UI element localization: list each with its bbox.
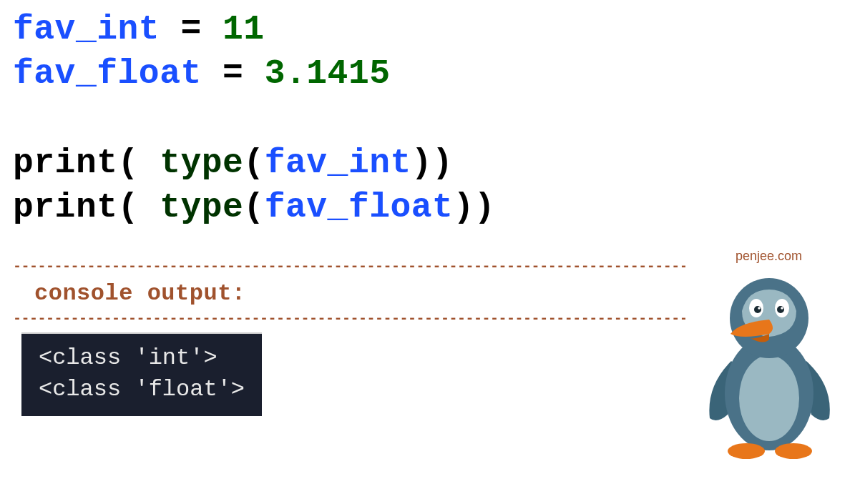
penguin-icon [699,268,839,461]
mascot-label: penjee.com [699,249,839,264]
number-literal: 11 [223,10,265,49]
svg-point-10 [775,443,812,459]
console-output-box: <class 'int'> <class 'float'> [21,332,262,417]
output-line: <class 'float'> [39,374,245,406]
paren: )) [411,144,454,182]
blank-line [13,97,860,141]
variable-name: fav_int [13,10,160,49]
type-fn: type [160,144,243,182]
assign-op: = [202,54,265,93]
code-line-4: print( type(fav_float)) [13,185,860,229]
divider: ----------------------------------------… [13,259,685,275]
mascot-container: penjee.com [699,249,839,465]
svg-point-1 [739,355,799,441]
svg-point-9 [728,443,765,459]
paren: ( [118,144,160,182]
assign-op: = [160,10,223,49]
paren: )) [453,188,495,227]
variable-name: fav_float [13,54,202,93]
number-literal: 3.1415 [265,54,391,93]
svg-point-5 [754,306,761,313]
svg-point-6 [777,306,784,313]
code-line-1: fav_int = 11 [13,7,860,51]
console-output-label: console output: [13,275,685,311]
paren: ( [243,144,264,182]
paren: ( [243,188,264,227]
variable-ref: fav_float [265,188,454,227]
output-section: ----------------------------------------… [13,259,685,417]
code-block: fav_int = 11 fav_float = 3.1415 print( t… [13,7,860,230]
svg-point-7 [758,307,761,310]
paren: ( [118,188,160,227]
svg-point-8 [781,307,783,310]
output-line: <class 'int'> [39,342,245,375]
print-fn: print [13,144,118,182]
type-fn: type [160,188,243,227]
code-line-2: fav_float = 3.1415 [13,51,860,96]
variable-ref: fav_int [265,144,411,182]
divider: ----------------------------------------… [13,311,685,327]
print-fn: print [13,188,118,227]
code-line-3: print( type(fav_int)) [13,141,860,185]
